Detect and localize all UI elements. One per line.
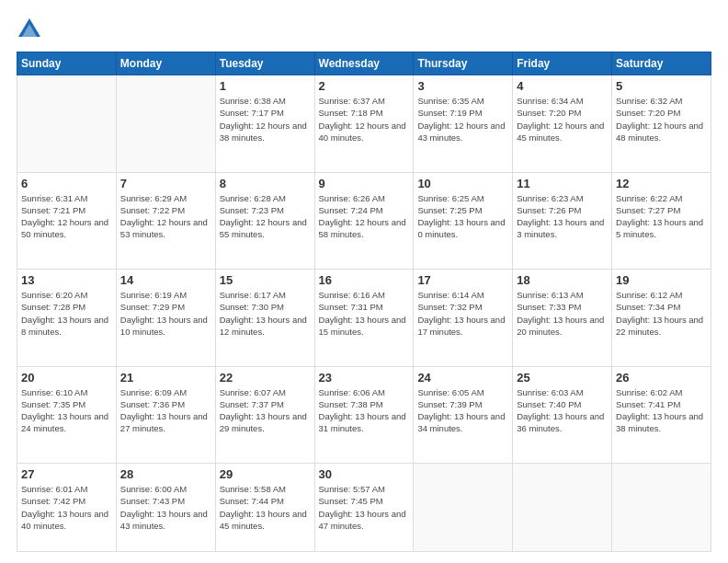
calendar-cell-12: 10Sunrise: 6:25 AM Sunset: 7:25 PM Dayli… <box>414 172 513 270</box>
day-number: 3 <box>417 79 508 93</box>
day-info: Sunrise: 6:19 AM Sunset: 7:29 PM Dayligh… <box>120 289 211 338</box>
day-info: Sunrise: 6:01 AM Sunset: 7:42 PM Dayligh… <box>21 483 112 532</box>
page: SundayMondayTuesdayWednesdayThursdayFrid… <box>0 0 728 563</box>
calendar-cell-2 <box>116 75 215 173</box>
day-number: 16 <box>319 273 410 287</box>
day-info: Sunrise: 6:31 AM Sunset: 7:21 PM Dayligh… <box>21 192 112 241</box>
calendar-row-3: 13Sunrise: 6:20 AM Sunset: 7:28 PM Dayli… <box>17 270 711 367</box>
day-number: 10 <box>417 177 508 190</box>
calendar-cell-27: 25Sunrise: 6:03 AM Sunset: 7:40 PM Dayli… <box>513 366 612 464</box>
day-number: 6 <box>21 177 112 190</box>
calendar-cell-29: 27Sunrise: 6:01 AM Sunset: 7:42 PM Dayli… <box>17 464 117 552</box>
day-info: Sunrise: 6:14 AM Sunset: 7:32 PM Dayligh… <box>417 289 508 338</box>
calendar-cell-19: 17Sunrise: 6:14 AM Sunset: 7:32 PM Dayli… <box>414 270 513 367</box>
header <box>17 17 711 42</box>
weekday-header-monday: Monday <box>116 52 215 75</box>
day-info: Sunrise: 6:09 AM Sunset: 7:36 PM Dayligh… <box>120 386 211 435</box>
calendar-cell-20: 18Sunrise: 6:13 AM Sunset: 7:33 PM Dayli… <box>513 270 612 367</box>
day-number: 7 <box>120 177 211 190</box>
weekday-header-tuesday: Tuesday <box>215 52 314 75</box>
weekday-header-sunday: Sunday <box>17 52 117 75</box>
calendar-cell-25: 23Sunrise: 6:06 AM Sunset: 7:38 PM Dayli… <box>314 366 414 464</box>
day-number: 29 <box>220 467 311 481</box>
day-number: 27 <box>21 467 112 481</box>
day-info: Sunrise: 6:12 AM Sunset: 7:34 PM Dayligh… <box>616 289 707 338</box>
calendar-cell-24: 22Sunrise: 6:07 AM Sunset: 7:37 PM Dayli… <box>215 366 314 464</box>
day-info: Sunrise: 6:13 AM Sunset: 7:33 PM Dayligh… <box>517 289 608 338</box>
calendar-cell-22: 20Sunrise: 6:10 AM Sunset: 7:35 PM Dayli… <box>17 366 117 464</box>
day-info: Sunrise: 6:05 AM Sunset: 7:39 PM Dayligh… <box>417 386 508 435</box>
day-number: 12 <box>616 177 707 190</box>
weekday-header-row: SundayMondayTuesdayWednesdayThursdayFrid… <box>17 52 711 75</box>
day-number: 1 <box>220 79 311 93</box>
day-info: Sunrise: 6:26 AM Sunset: 7:24 PM Dayligh… <box>319 192 410 241</box>
day-info: Sunrise: 5:58 AM Sunset: 7:44 PM Dayligh… <box>220 483 311 532</box>
day-number: 28 <box>120 467 211 481</box>
day-info: Sunrise: 6:06 AM Sunset: 7:38 PM Dayligh… <box>319 386 410 435</box>
day-number: 20 <box>21 371 112 385</box>
day-info: Sunrise: 6:22 AM Sunset: 7:27 PM Dayligh… <box>616 192 707 241</box>
calendar-cell-31: 29Sunrise: 5:58 AM Sunset: 7:44 PM Dayli… <box>215 464 314 552</box>
day-number: 15 <box>220 273 311 287</box>
day-number: 18 <box>517 273 608 287</box>
day-info: Sunrise: 6:25 AM Sunset: 7:25 PM Dayligh… <box>417 192 508 241</box>
day-number: 8 <box>220 177 311 190</box>
day-number: 22 <box>220 371 311 385</box>
day-number: 30 <box>319 467 410 481</box>
day-number: 9 <box>319 177 410 190</box>
day-info: Sunrise: 6:29 AM Sunset: 7:22 PM Dayligh… <box>120 192 211 241</box>
calendar: SundayMondayTuesdayWednesdayThursdayFrid… <box>17 52 711 552</box>
day-number: 21 <box>120 371 211 385</box>
calendar-cell-6: 4Sunrise: 6:34 AM Sunset: 7:20 PM Daylig… <box>513 75 612 173</box>
day-info: Sunrise: 6:23 AM Sunset: 7:26 PM Dayligh… <box>517 192 608 241</box>
calendar-row-2: 6Sunrise: 6:31 AM Sunset: 7:21 PM Daylig… <box>17 172 711 270</box>
day-number: 24 <box>417 371 508 385</box>
day-number: 5 <box>616 79 707 93</box>
calendar-cell-9: 7Sunrise: 6:29 AM Sunset: 7:22 PM Daylig… <box>116 172 215 270</box>
day-number: 19 <box>616 273 707 287</box>
weekday-header-friday: Friday <box>513 52 612 75</box>
day-number: 17 <box>417 273 508 287</box>
day-number: 14 <box>120 273 211 287</box>
day-info: Sunrise: 6:32 AM Sunset: 7:20 PM Dayligh… <box>616 95 707 144</box>
weekday-header-wednesday: Wednesday <box>314 52 414 75</box>
day-info: Sunrise: 6:03 AM Sunset: 7:40 PM Dayligh… <box>517 386 608 435</box>
calendar-cell-18: 16Sunrise: 6:16 AM Sunset: 7:31 PM Dayli… <box>314 270 414 367</box>
day-info: Sunrise: 6:16 AM Sunset: 7:31 PM Dayligh… <box>319 289 410 338</box>
day-info: Sunrise: 6:38 AM Sunset: 7:17 PM Dayligh… <box>220 95 311 144</box>
weekday-header-saturday: Saturday <box>612 52 711 75</box>
calendar-cell-34 <box>513 464 612 552</box>
day-info: Sunrise: 5:57 AM Sunset: 7:45 PM Dayligh… <box>319 483 410 532</box>
calendar-cell-13: 11Sunrise: 6:23 AM Sunset: 7:26 PM Dayli… <box>513 172 612 270</box>
day-info: Sunrise: 6:02 AM Sunset: 7:41 PM Dayligh… <box>616 386 707 435</box>
day-number: 25 <box>517 371 608 385</box>
calendar-cell-16: 14Sunrise: 6:19 AM Sunset: 7:29 PM Dayli… <box>116 270 215 367</box>
calendar-cell-11: 9Sunrise: 6:26 AM Sunset: 7:24 PM Daylig… <box>314 172 414 270</box>
calendar-cell-1 <box>17 75 117 173</box>
weekday-header-thursday: Thursday <box>414 52 513 75</box>
day-info: Sunrise: 6:28 AM Sunset: 7:23 PM Dayligh… <box>220 192 311 241</box>
calendar-cell-5: 3Sunrise: 6:35 AM Sunset: 7:19 PM Daylig… <box>414 75 513 173</box>
calendar-row-5: 27Sunrise: 6:01 AM Sunset: 7:42 PM Dayli… <box>17 464 711 552</box>
logo-icon <box>17 17 42 42</box>
calendar-cell-7: 5Sunrise: 6:32 AM Sunset: 7:20 PM Daylig… <box>612 75 711 173</box>
calendar-row-1: 1Sunrise: 6:38 AM Sunset: 7:17 PM Daylig… <box>17 75 711 173</box>
calendar-cell-15: 13Sunrise: 6:20 AM Sunset: 7:28 PM Dayli… <box>17 270 117 367</box>
calendar-row-4: 20Sunrise: 6:10 AM Sunset: 7:35 PM Dayli… <box>17 366 711 464</box>
day-info: Sunrise: 6:00 AM Sunset: 7:43 PM Dayligh… <box>120 483 211 532</box>
calendar-cell-4: 2Sunrise: 6:37 AM Sunset: 7:18 PM Daylig… <box>314 75 414 173</box>
calendar-cell-21: 19Sunrise: 6:12 AM Sunset: 7:34 PM Dayli… <box>612 270 711 367</box>
day-info: Sunrise: 6:07 AM Sunset: 7:37 PM Dayligh… <box>220 386 311 435</box>
day-number: 2 <box>319 79 410 93</box>
calendar-cell-32: 30Sunrise: 5:57 AM Sunset: 7:45 PM Dayli… <box>314 464 414 552</box>
calendar-cell-30: 28Sunrise: 6:00 AM Sunset: 7:43 PM Dayli… <box>116 464 215 552</box>
calendar-cell-26: 24Sunrise: 6:05 AM Sunset: 7:39 PM Dayli… <box>414 366 513 464</box>
day-number: 13 <box>21 273 112 287</box>
day-number: 4 <box>517 79 608 93</box>
day-number: 26 <box>616 371 707 385</box>
calendar-cell-8: 6Sunrise: 6:31 AM Sunset: 7:21 PM Daylig… <box>17 172 117 270</box>
calendar-cell-33 <box>414 464 513 552</box>
calendar-cell-35 <box>612 464 711 552</box>
calendar-cell-23: 21Sunrise: 6:09 AM Sunset: 7:36 PM Dayli… <box>116 366 215 464</box>
logo <box>17 17 46 42</box>
